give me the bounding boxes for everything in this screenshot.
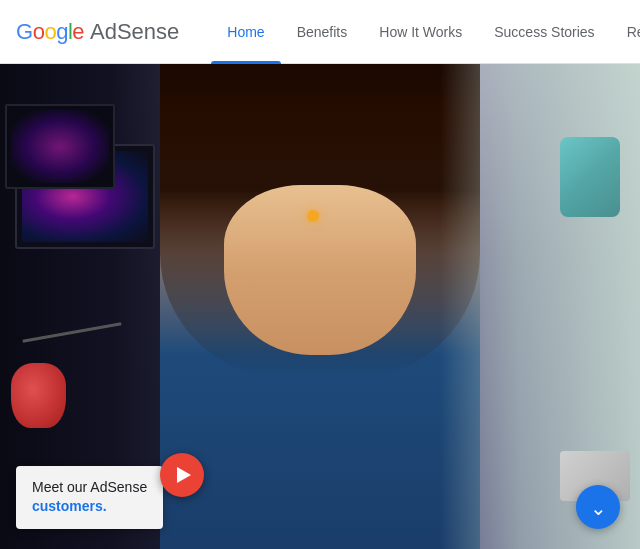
face-skin <box>224 185 416 355</box>
monitor-screen-2 <box>11 110 109 183</box>
nav-item-success-stories[interactable]: Success Stories <box>478 0 610 64</box>
nav-item-how-it-works[interactable]: How It Works <box>363 0 478 64</box>
logo-area: Google AdSense <box>16 19 179 45</box>
overlay-text: Meet our AdSense customers. <box>32 478 147 517</box>
logo-letter-e: e <box>72 19 84 45</box>
header: Google AdSense Home Benefits How It Work… <box>0 0 640 64</box>
scroll-down-button[interactable]: ⌄ <box>576 485 620 529</box>
play-icon <box>177 467 191 483</box>
logo-letter-g2: g <box>56 19 68 45</box>
text-overlay: Meet our AdSense customers. <box>16 466 163 529</box>
red-bag-object <box>11 363 66 428</box>
adsense-text: AdSense <box>90 19 179 45</box>
nav-item-benefits[interactable]: Benefits <box>281 0 364 64</box>
play-button[interactable] <box>160 453 204 497</box>
logo-letter-o2: o <box>44 19 56 45</box>
right-side <box>440 64 640 549</box>
cables-object <box>22 322 121 342</box>
google-logo: Google <box>16 19 84 45</box>
teal-object <box>560 137 620 217</box>
overlay-text-emphasis: customers. <box>32 498 107 514</box>
logo-letter-g: G <box>16 19 33 45</box>
chevron-down-icon: ⌄ <box>590 498 607 518</box>
hero-section: Meet our AdSense customers. ⌄ <box>0 64 640 549</box>
nav-item-resources[interactable]: Resources <box>611 0 640 64</box>
logo-letter-o1: o <box>33 19 45 45</box>
orange-dot-accent <box>307 210 319 222</box>
nav-item-home[interactable]: Home <box>211 0 280 64</box>
main-nav: Home Benefits How It Works Success Stori… <box>211 0 640 64</box>
monitor-left-2 <box>5 104 115 189</box>
center-person <box>160 64 480 549</box>
